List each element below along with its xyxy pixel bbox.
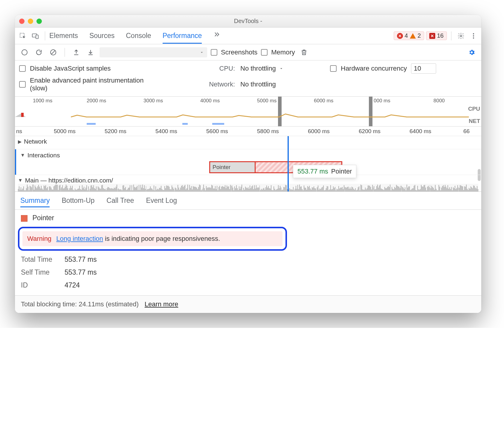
hw-concurrency-checkbox[interactable] [330,65,337,72]
screenshots-checkbox[interactable] [211,49,217,56]
capture-options: Disable JavaScript samples CPU: No throt… [15,60,481,97]
overview-tick: 6000 ms [314,98,333,104]
interaction-event[interactable]: Pointer [209,161,256,173]
overview-tick: 2000 ms [87,98,106,104]
trash-icon[interactable] [299,47,309,58]
timeline-ruler[interactable]: ns 5000 ms 5200 ms 5400 ms 5600 ms 5800 … [15,127,481,136]
titlebar: DevTools - [15,15,481,28]
disclosure-down-icon[interactable]: ▼ [18,178,23,183]
dtab-bottomup[interactable]: Bottom-Up [62,195,94,206]
hw-concurrency-input[interactable]: 10 [411,63,436,74]
ruler-tick: 5600 ms [206,128,228,135]
panel-toolbar: Elements Sources Console Performance ✕ 4… [15,28,481,44]
more-tabs-icon[interactable] [213,31,224,42]
warning-icon [410,33,416,39]
summary-title: Pointer [32,214,54,222]
dtab-summary[interactable]: Summary [20,195,50,207]
cpu-label: CPU: [175,65,240,72]
self-time-row: Self Time 553.77 ms [21,268,475,276]
network-select[interactable]: No throttling [240,80,330,88]
track-main[interactable]: ▼ Main — https://edition.cnn.com/ [15,175,481,192]
track-network-label: Network [24,138,47,145]
settings-gear-icon[interactable] [456,31,466,41]
overview-tick: 4000 ms [200,98,220,104]
panel-settings-icon[interactable] [466,47,477,58]
id-value: 4724 [65,281,80,289]
device-mode-icon[interactable] [30,31,41,41]
tab-console[interactable]: Console [126,29,151,43]
devtools-window: DevTools - Elements Sources Console Perf… [15,15,481,313]
ruler-tick: 5000 ms [54,128,76,135]
tab-sources[interactable]: Sources [89,29,114,43]
overview-tick: 5000 ms [257,98,277,104]
hw-concurrency-label: Hardware concurrency [341,65,407,72]
zoom-icon[interactable] [36,19,42,24]
overview-timeline[interactable]: 1000 ms 2000 ms 3000 ms 4000 ms 5000 ms … [15,97,481,127]
total-time-value: 553.77 ms [65,255,97,264]
memory-label: Memory [271,48,295,56]
advanced-paint-checkbox[interactable] [19,81,26,88]
track-network[interactable]: ▶ Network [15,136,481,149]
learn-more-link[interactable]: Learn more [145,300,178,308]
long-interaction-link[interactable]: Long interaction [56,235,103,242]
disclosure-down-icon[interactable]: ▼ [20,153,25,158]
ruler-tick: ns [16,128,22,135]
performance-toolbar: Screenshots Memory [15,44,481,60]
overview-tick: 8000 [433,98,445,104]
overview-activity [15,105,481,118]
current-time-marker[interactable] [288,136,289,191]
track-interactions[interactable]: ▼ Interactions Pointer 553.77 ms Pointer [15,149,481,175]
cpu-select[interactable]: No throttling [240,65,330,72]
clear-icon[interactable] [48,47,59,58]
chevron-down-icon [279,66,284,71]
ruler-tick: 6000 ms [308,128,330,135]
window-title: DevTools - [15,18,481,25]
dtab-eventlog[interactable]: Event Log [146,195,177,206]
tooltip-duration: 553.77 ms [297,168,328,175]
dtab-calltree[interactable]: Call Tree [106,195,134,206]
ruler-tick: 5400 ms [155,128,177,135]
footer: Total blocking time: 24.11ms (estimated)… [15,295,481,313]
kebab-menu-icon[interactable] [468,31,479,41]
summary-swatch [21,215,28,222]
tab-performance[interactable]: Performance [163,29,202,44]
reload-record-icon[interactable] [33,47,44,58]
overview-tick: 1000 ms [33,98,52,104]
inspect-element-icon[interactable] [17,31,28,41]
tab-elements[interactable]: Elements [49,29,78,43]
warning-highlight: Warning Long interaction is indicating p… [18,227,287,251]
separator [65,48,65,57]
record-icon[interactable] [19,47,30,58]
self-time-value: 553.77 ms [65,268,97,276]
separator [451,31,451,40]
summary-pane: Pointer Warning Long interaction is indi… [15,210,481,295]
errors-badge[interactable]: ✕ 4 2 [394,31,424,40]
profile-select[interactable] [100,47,207,57]
track-main-label: Main — https://edition.cnn.com/ [25,177,113,184]
error-icon: ✕ [397,33,403,39]
close-icon[interactable] [19,19,25,24]
overview-net-label: NET [469,118,480,124]
id-row: ID 4724 [21,281,475,289]
ruler-tick: 5800 ms [257,128,279,135]
warning-label: Warning [27,235,51,242]
overview-tick: 3000 ms [143,98,163,104]
memory-checkbox[interactable] [261,49,268,56]
ext-badge[interactable]: ✕ 16 [426,31,447,40]
upload-icon[interactable] [71,47,82,58]
svg-point-6 [473,37,474,39]
flame-chart[interactable]: ▶ Network ▼ Interactions Pointer 553.77 … [15,136,481,192]
download-icon[interactable] [85,47,96,58]
minimize-icon[interactable] [28,19,33,24]
disclosure-right-icon[interactable]: ▶ [18,139,22,144]
disable-js-checkbox[interactable] [19,65,26,72]
separator [45,31,45,40]
tbt-text: Total blocking time: 24.11ms (estimated) [21,300,139,308]
tooltip-label: Pointer [331,168,352,175]
panel-tabs: Elements Sources Console Performance [49,29,224,43]
svg-point-3 [460,35,462,37]
overview-tick: 000 ms [374,98,390,104]
track-interactions-label: Interactions [28,152,60,159]
svg-point-4 [473,33,474,34]
warning-text: is indicating poor page responsiveness. [103,235,220,242]
